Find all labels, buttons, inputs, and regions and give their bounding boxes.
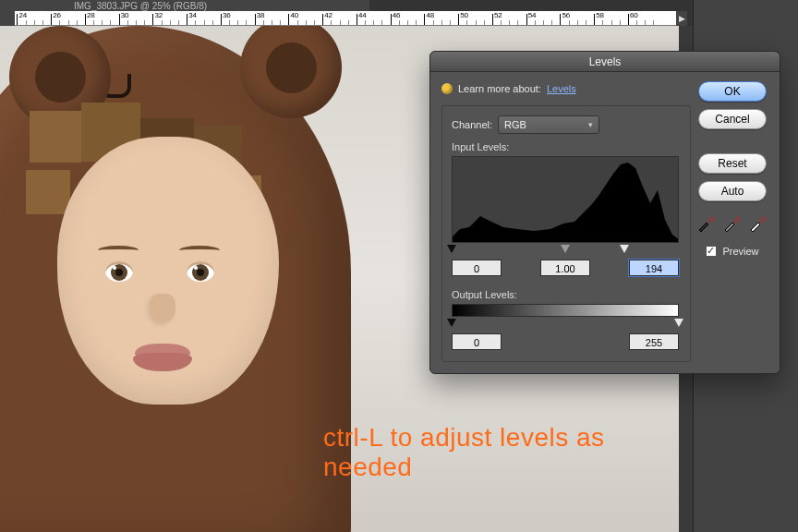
bear-ear-left bbox=[9, 26, 111, 127]
histogram-shape bbox=[453, 163, 679, 242]
learn-more-prefix: Learn more about: bbox=[458, 83, 541, 94]
channel-label: Channel: bbox=[452, 119, 492, 130]
black-point-eyedropper-icon[interactable] bbox=[696, 214, 717, 233]
chevron-down-icon: ▾ bbox=[588, 120, 593, 129]
preview-row: Preview bbox=[706, 246, 758, 257]
child-face bbox=[57, 137, 279, 405]
svg-point-0 bbox=[710, 217, 715, 222]
instruction-annotation: ctrl-L to adjust levels as needed bbox=[323, 423, 679, 482]
input-levels-label: Input Levels: bbox=[452, 141, 681, 152]
output-black-slider[interactable] bbox=[447, 319, 456, 327]
ok-button[interactable]: OK bbox=[698, 81, 767, 102]
horizontal-ruler: 24262830323436384042444648505254565860 bbox=[0, 11, 679, 26]
preview-checkbox[interactable] bbox=[706, 246, 717, 257]
histogram[interactable] bbox=[452, 156, 679, 243]
document-tab-label[interactable]: IMG_3803.JPG @ 25% (RGB/8) bbox=[74, 1, 207, 11]
output-levels-label: Output Levels: bbox=[452, 289, 681, 300]
channel-select[interactable]: RGB ▾ bbox=[498, 115, 599, 134]
ruler-origin-box[interactable] bbox=[0, 9, 15, 26]
output-white-field[interactable]: 255 bbox=[629, 333, 679, 350]
input-gamma-slider[interactable] bbox=[561, 245, 570, 253]
output-gradient[interactable] bbox=[452, 304, 679, 317]
output-black-field[interactable]: 0 bbox=[452, 333, 502, 350]
white-point-eyedropper-icon[interactable] bbox=[748, 214, 768, 233]
gray-point-eyedropper-icon[interactable] bbox=[722, 214, 743, 233]
document-tab-bar: IMG_3803.JPG @ 25% (RGB/8) bbox=[0, 0, 369, 11]
dialog-titlebar[interactable]: Levels bbox=[430, 52, 780, 72]
auto-button[interactable]: Auto bbox=[698, 181, 767, 201]
output-white-slider[interactable] bbox=[674, 319, 683, 327]
input-white-field[interactable]: 194 bbox=[629, 260, 679, 276]
levels-dialog: Levels Learn more about: Levels Channel:… bbox=[429, 51, 780, 374]
reset-button[interactable]: Reset bbox=[698, 153, 767, 174]
svg-point-1 bbox=[736, 217, 741, 222]
eyedropper-row bbox=[696, 214, 768, 233]
bear-ear-right bbox=[240, 26, 342, 118]
svg-point-2 bbox=[762, 217, 767, 222]
lightbulb-icon bbox=[441, 83, 453, 94]
input-white-slider[interactable] bbox=[620, 245, 629, 253]
preview-label: Preview bbox=[722, 246, 758, 257]
input-black-slider[interactable] bbox=[447, 245, 456, 253]
input-gamma-field[interactable]: 1.00 bbox=[540, 260, 590, 276]
input-black-field[interactable]: 0 bbox=[452, 260, 502, 276]
ruler-overflow-arrow[interactable]: ▶ bbox=[676, 11, 687, 26]
learn-more-link[interactable]: Levels bbox=[547, 83, 576, 94]
channel-value: RGB bbox=[504, 119, 526, 130]
levels-group: Channel: RGB ▾ Input Levels: bbox=[441, 105, 691, 362]
cancel-button[interactable]: Cancel bbox=[698, 109, 767, 129]
learn-more-row: Learn more about: Levels bbox=[441, 83, 691, 94]
output-slider-track[interactable] bbox=[452, 319, 679, 330]
input-slider-track[interactable] bbox=[452, 245, 679, 256]
